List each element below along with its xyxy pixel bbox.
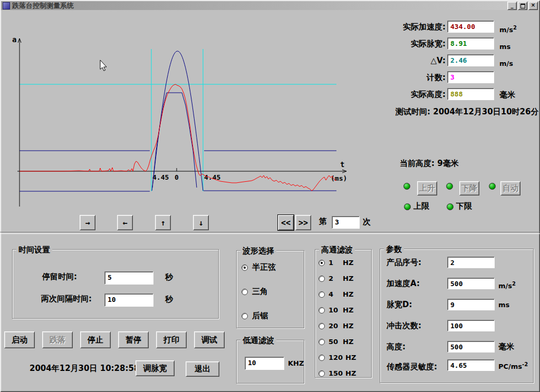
highpass-120hz-radio[interactable] — [319, 355, 325, 361]
next-record-button[interactable]: >> — [295, 215, 311, 230]
left-arrow-icon: ← — [122, 218, 127, 228]
dwell-time-field[interactable]: 5 — [104, 271, 153, 285]
waveform-sawtooth-radio[interactable] — [242, 313, 248, 319]
descend-button[interactable]: 下降 — [459, 181, 479, 195]
highpass-1hz-radio[interactable] — [319, 260, 325, 266]
highpass-unit-7: HZ — [345, 353, 356, 362]
highpass-unit-2: HZ — [343, 274, 353, 283]
field-value: 434.00 — [450, 23, 475, 31]
svg-text:t: t — [340, 160, 344, 169]
highpass-50hz-radio[interactable] — [319, 339, 325, 345]
highpass-unit-4: HZ — [343, 306, 353, 315]
up-arrow-icon: ↑ — [160, 218, 165, 228]
auto-led-indicator — [489, 183, 496, 190]
pulse-width-unit-label: ms — [499, 40, 510, 51]
highpass-4hz-label: 4 — [329, 290, 333, 299]
scroll-left-button[interactable]: ← — [117, 215, 133, 230]
lower-limit-led-indicator — [447, 203, 454, 210]
highpass-filter-title: 高通滤波 — [319, 245, 355, 255]
highpass-unit-3: HZ — [343, 290, 353, 299]
waveform-triangle-radio[interactable] — [242, 289, 248, 295]
datetime-display: 2004年12月30日 10:28:58 — [30, 364, 139, 373]
auto-button[interactable]: 自动 — [500, 181, 520, 195]
actual-pulse-width-field[interactable]: 8.91 — [447, 37, 494, 50]
highpass-150hz-radio[interactable] — [319, 370, 325, 377]
test-time-value: 2004年12月30日10时26分 — [433, 107, 538, 116]
rise-button[interactable]: 上升 — [417, 181, 437, 195]
lowpass-value-field[interactable]: 10 — [245, 357, 284, 370]
height-param-unit: 毫米 — [498, 342, 514, 351]
upper-limit-label: 上限 — [413, 202, 429, 211]
actual-height-field[interactable]: 888 — [447, 88, 494, 100]
svg-text:0: 0 — [175, 173, 179, 181]
highpass-2hz-radio[interactable] — [319, 276, 325, 282]
double-left-chevron-icon: << — [281, 218, 291, 228]
highpass-4hz-radio[interactable] — [319, 291, 325, 298]
highpass-10hz-radio[interactable] — [319, 307, 325, 313]
scroll-up-button[interactable]: ↑ — [155, 215, 171, 230]
lowpass-filter-title: 低通滤波 — [240, 336, 276, 346]
down-arrow-icon: ↓ — [198, 218, 203, 228]
waveform-half-sine-radio[interactable] — [242, 264, 248, 271]
adjust-pulse-width-button[interactable]: 调脉宽 — [136, 360, 175, 376]
time-settings-title: 时间设置 — [16, 245, 52, 255]
lowpass-unit-label: KHZ — [288, 359, 304, 368]
field-value: 2.46 — [450, 56, 467, 64]
delta-v-field[interactable]: 2.46 — [447, 54, 494, 66]
actual-pulse-width-label: 实际脉宽: — [369, 40, 446, 48]
actual-acceleration-label: 实际加速度: — [369, 23, 446, 32]
interval-time-field[interactable]: 10 — [104, 293, 153, 307]
svg-text:a: a — [12, 35, 16, 44]
sensor-sensitivity-label: 传感器灵敏度: — [387, 362, 437, 371]
record-number-field[interactable]: 3 — [332, 216, 360, 229]
pulse-width-d-field[interactable]: 9 — [447, 299, 495, 310]
highpass-unit-1: HZ — [343, 258, 353, 267]
debug-button[interactable]: 调试 — [194, 331, 225, 348]
record-counter-suffix: 次 — [363, 218, 371, 227]
stop-button[interactable]: 停止 — [80, 331, 111, 348]
actual-acceleration-field[interactable]: 434.00 — [447, 21, 494, 33]
up-led-indicator — [403, 183, 410, 190]
upper-limit-led-indicator — [404, 203, 411, 210]
exit-button[interactable]: 退出 — [186, 361, 219, 377]
section-divider — [0, 232, 540, 234]
acceleration-a-label: 加速度A: — [387, 279, 420, 288]
lower-limit-label: 下限 — [456, 202, 472, 211]
record-counter-prefix: 第 — [319, 217, 327, 226]
impact-count-field[interactable]: 100 — [447, 320, 495, 331]
actual-height-label: 实际高度: — [369, 90, 446, 99]
test-time-label: 测试时间: — [396, 107, 430, 116]
height-param-field[interactable]: 500 — [447, 341, 495, 352]
pause-button[interactable]: 暂停 — [118, 331, 149, 348]
down-led-indicator — [446, 183, 453, 190]
highpass-20hz-radio[interactable] — [319, 323, 325, 329]
highpass-unit-5: HZ — [343, 321, 353, 330]
acceleration-a-field[interactable]: 500 — [447, 278, 495, 289]
waveform-select-title: 波形选择 — [240, 246, 276, 256]
highpass-150hz-label: 150 — [329, 369, 343, 378]
highpass-2hz-label: 2 — [329, 274, 333, 283]
count-field[interactable]: 3 — [447, 71, 494, 83]
pulse-width-d-label: 脉宽D: — [387, 300, 412, 309]
print-button[interactable]: 打印 — [156, 331, 187, 348]
drop-button[interactable]: 跌落 — [42, 331, 73, 348]
sensor-sensitivity-field[interactable]: 4.65 — [447, 359, 495, 371]
highpass-120hz-label: 120 — [329, 353, 343, 362]
highpass-unit-6: HZ — [343, 337, 353, 346]
interval-time-label: 两次间隔时间: — [41, 295, 92, 303]
scroll-right-button[interactable]: → — [80, 215, 95, 230]
waveform-half-sine-label: 半正弦 — [252, 263, 276, 272]
impact-count-label: 冲击次数: — [387, 321, 421, 330]
count-label: 计数: — [369, 73, 446, 82]
scroll-down-button[interactable]: ↓ — [193, 215, 209, 230]
product-serial-field[interactable]: 2 — [447, 257, 495, 268]
current-height-value: 9毫米 — [437, 159, 458, 168]
start-button[interactable]: 启动 — [4, 331, 35, 348]
highpass-50hz-label: 50 — [329, 337, 338, 346]
acceleration-a-unit: m/s2 — [498, 279, 516, 290]
current-height-label: 当前高度: — [400, 159, 435, 168]
highpass-20hz-label: 20 — [329, 321, 338, 330]
field-value: 3 — [450, 73, 455, 81]
app-window: { "window": {"title": "跌落台控制测量系统", "mini… — [0, 0, 540, 392]
previous-record-button[interactable]: << — [278, 215, 294, 230]
